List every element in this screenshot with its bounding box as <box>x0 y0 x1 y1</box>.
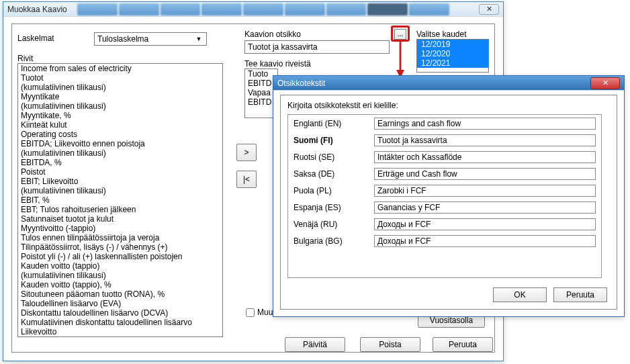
language-row: Bulgaria (BG) <box>288 232 601 249</box>
language-row: Venäjä (RU) <box>288 216 601 232</box>
list-item[interactable]: Myyntikate <box>18 92 222 101</box>
dropdown-laskelmat[interactable]: Tuloslaskelma ▼ <box>94 32 207 46</box>
label-tee-kaavio: Tee kaavio riveistä <box>244 59 311 69</box>
list-item[interactable]: (kumulatiivinen tilikausi) <box>18 271 222 280</box>
list-item[interactable]: (kumulatiivinen tilikausi) <box>18 83 222 92</box>
modal-titlebar[interactable]: Otsikkotekstit ✕ <box>273 76 624 91</box>
list-item[interactable]: Tulos ennen tilinpäätössiirtoja ja veroj… <box>18 233 222 242</box>
language-row: Saksa (DE) <box>288 165 601 182</box>
list-item[interactable]: Kumulatiivinen diskontattu taloudellinen… <box>18 318 222 327</box>
language-label: Suomi (FI) <box>294 136 374 145</box>
listbox-rivit[interactable]: Income from sales of electricityTuotot(k… <box>17 63 223 337</box>
label-kaavion-otsikko: Kaavion otsikko <box>244 30 301 39</box>
label-laskelmat: Laskelmat <box>17 34 54 43</box>
list-item[interactable]: Myyntivoitto (-tappio) <box>18 224 222 233</box>
list-item[interactable]: Diskontattu taloudellinen lisäarvo (DCVA… <box>18 308 222 318</box>
button-paivita[interactable]: Päivitä <box>285 337 345 352</box>
list-item[interactable]: Kauden voitto (tappio) <box>18 261 222 271</box>
main-titlebar[interactable]: Muokkaa Kaavio ✕ <box>3 2 503 17</box>
language-input[interactable] <box>374 168 596 180</box>
list-item[interactable]: Myyntikate, % <box>18 111 222 120</box>
language-row: Espanja (ES) <box>288 199 601 216</box>
language-label: Saksa (DE) <box>294 169 374 179</box>
languages-panel: Englanti (EN)Suomi (FI)Ruotsi (SE)Saksa … <box>287 114 602 278</box>
modal-window: Otsikkotekstit ✕ Kirjoita otsikkotekstit… <box>273 75 625 317</box>
checkbox-muu-input[interactable] <box>246 308 255 317</box>
list-item[interactable]: Kiinteät kulut <box>18 120 222 130</box>
list-item[interactable]: Operating costs <box>18 130 222 139</box>
list-item[interactable]: EBITDA, % <box>18 158 222 167</box>
close-icon: ✕ <box>602 79 609 87</box>
button-edit-titles[interactable]: ... <box>394 29 406 40</box>
language-input[interactable] <box>374 201 596 214</box>
period-item[interactable]: 12/2019 <box>417 40 488 49</box>
button-ok[interactable]: OK <box>493 287 547 302</box>
list-item[interactable]: Kauden voitto (tappio), % <box>18 280 222 289</box>
button-poista[interactable]: Poista <box>360 337 420 352</box>
list-item[interactable]: (kumulatiivinen tilikausi) <box>18 148 222 158</box>
label-rivit: Rivit <box>17 54 33 63</box>
language-row: Puola (PL) <box>288 182 601 199</box>
list-item[interactable]: Tilinpäätössiirrot, lisäys (-) / vähenny… <box>18 242 222 252</box>
listbox-periods[interactable]: 12/201912/202012/2021 <box>416 39 489 73</box>
close-icon: ✕ <box>486 5 492 13</box>
button-peruuta-modal[interactable]: Peruuta <box>553 287 607 302</box>
language-label: Puola (PL) <box>294 186 374 195</box>
period-item[interactable]: 12/2020 <box>417 49 488 58</box>
language-input[interactable] <box>374 185 596 197</box>
list-item[interactable]: EBIT; Liikevoitto <box>18 177 222 186</box>
list-item[interactable]: Satunnaiset tuotot ja kulut <box>18 214 222 224</box>
language-label: Ruotsi (SE) <box>294 152 374 162</box>
list-item[interactable]: Taloudellinen lisäarvo (EVA) <box>18 299 222 308</box>
period-item[interactable]: 12/2021 <box>417 58 488 68</box>
modal-title: Otsikkotekstit <box>277 79 325 88</box>
list-item[interactable]: (kumulatiivinen tilikausi) <box>18 186 222 195</box>
language-label: Venäjä (RU) <box>294 220 374 229</box>
language-row: Ruotsi (SE) <box>288 148 601 165</box>
language-label: Bulgaria (BG) <box>294 236 374 246</box>
language-row: Suomi (FI) <box>288 132 601 148</box>
chevron-down-icon: ▼ <box>194 36 204 42</box>
list-item[interactable]: Poistot <box>18 167 222 177</box>
list-item[interactable]: Sitoutuneen pääoman tuotto (RONA), % <box>18 289 222 299</box>
input-kaavion-otsikko[interactable]: Tuotot ja kassavirta <box>244 40 390 54</box>
main-title: Muokkaa Kaavio <box>7 5 67 14</box>
language-label: Espanja (ES) <box>294 203 374 212</box>
label-valitse-kaudet: Valitse kaudet <box>416 30 467 39</box>
list-item[interactable]: Tuotot <box>18 73 222 83</box>
button-add-right[interactable]: > <box>236 144 257 161</box>
blurred-tabs <box>77 3 449 15</box>
button-peruuta-main[interactable]: Peruuta <box>433 337 493 352</box>
language-input[interactable] <box>374 151 596 163</box>
list-item[interactable]: Liikevoitto <box>18 327 222 336</box>
dropdown-value: Tuloslaskelma <box>97 34 148 44</box>
modal-close-button[interactable]: ✕ <box>590 77 620 89</box>
list-item[interactable]: (kumulatiivinen tilikausi) <box>18 101 222 111</box>
language-input[interactable] <box>374 218 596 230</box>
checkbox-muu-label: Muu <box>257 308 273 317</box>
main-close-button[interactable]: ✕ <box>479 4 499 15</box>
list-item[interactable]: EBT; Tulos rahoituserien jälkeen <box>18 205 222 214</box>
checkbox-muu[interactable]: Muu <box>243 306 273 319</box>
ellipsis-highlight: ... <box>391 26 410 42</box>
list-item[interactable]: EBIT, % <box>18 195 222 205</box>
list-item[interactable]: Poistot yli (-) / ali (+) laskennalliste… <box>18 252 222 261</box>
language-row: Englanti (EN) <box>288 115 601 132</box>
language-label: Englanti (EN) <box>294 119 374 128</box>
modal-body: Kirjoita otsikkotekstit eri kielille: En… <box>280 95 617 310</box>
button-reset-left[interactable]: |< <box>236 171 257 188</box>
list-item[interactable]: Income from sales of electricity <box>18 64 222 73</box>
modal-instruction: Kirjoita otsikkotekstit eri kielille: <box>287 101 398 110</box>
input-kaavion-otsikko-value: Tuotot ja kassavirta <box>248 42 318 52</box>
language-input[interactable] <box>374 118 596 130</box>
language-input[interactable] <box>374 235 596 247</box>
language-input[interactable] <box>374 134 596 146</box>
list-item[interactable]: EBITDA; Liikevoitto ennen poistoja <box>18 139 222 148</box>
